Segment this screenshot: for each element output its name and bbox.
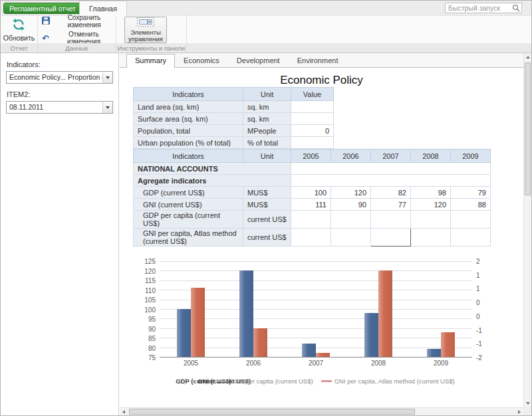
legend-line-icon xyxy=(217,380,227,382)
bar-group xyxy=(160,261,222,357)
app-window: Регламентный отчет Главная xyxy=(0,0,532,416)
tab-summary[interactable]: Summary xyxy=(126,54,175,68)
section-cell: Agregate indicators xyxy=(134,175,291,187)
axis-tick-label: 1 xyxy=(476,285,480,292)
item2-dropdown-button[interactable] xyxy=(102,102,112,113)
value-cell[interactable] xyxy=(291,137,334,149)
year-value-cell[interactable]: 111 xyxy=(291,199,331,211)
scroll-up-button[interactable] xyxy=(524,53,531,61)
year-value-cell[interactable] xyxy=(291,211,331,229)
year-value-cell[interactable] xyxy=(331,229,371,247)
tab-environment[interactable]: Environment xyxy=(289,54,347,67)
year-value-cell[interactable] xyxy=(451,229,491,247)
refresh-label: Обновить xyxy=(3,34,35,42)
scroll-left-button[interactable] xyxy=(120,408,128,415)
year-value-cell[interactable]: 120 xyxy=(411,199,451,211)
indicator-cell: GNI (current US$) xyxy=(134,199,243,211)
unit-cell: sq. km xyxy=(243,101,291,113)
year-value-cell[interactable] xyxy=(331,211,371,229)
chevron-down-icon xyxy=(106,106,110,111)
triangle-up-icon xyxy=(526,54,530,58)
triangle-down-icon xyxy=(526,402,530,407)
refresh-button[interactable]: Обновить xyxy=(3,18,35,42)
report-body: Economic Policy IndicatorsUnitValueLand … xyxy=(120,68,523,407)
triangle-right-icon xyxy=(518,410,523,414)
year-value-cell[interactable]: 79 xyxy=(451,187,491,199)
year-value-cell[interactable] xyxy=(411,211,451,229)
value-cell[interactable] xyxy=(291,101,334,113)
scrollbar-corner xyxy=(523,407,531,415)
legend-line-icon xyxy=(321,380,332,382)
axis-tick-label: 95 xyxy=(148,316,156,323)
column-header: Value xyxy=(291,88,334,101)
section-fill-cell xyxy=(291,163,491,175)
legend-item: GDP per capita (current US$) xyxy=(217,377,313,385)
column-header: Unit xyxy=(243,88,291,101)
legend-item: GDP (current US$) xyxy=(173,377,187,385)
bar-group xyxy=(285,261,347,357)
tab-development[interactable]: Development xyxy=(228,54,289,67)
controls-label: Элементы управления xyxy=(125,29,166,43)
axis-tick-label: 0 xyxy=(476,299,480,306)
bar-groups xyxy=(160,261,472,357)
column-header: 2008 xyxy=(411,150,451,163)
section-fill-cell xyxy=(291,175,491,187)
indicator-cell: Population, total xyxy=(134,125,243,137)
indicators-dropdown-button[interactable] xyxy=(102,72,112,83)
search-input[interactable] xyxy=(446,4,511,12)
report-menu-label: Регламентный отчет xyxy=(9,5,76,13)
chart-legend: GDP (current US$)GNI (current US$)GDP pe… xyxy=(140,377,488,385)
indicator-cell: Surface area (sq. km) xyxy=(134,113,243,125)
year-value-cell[interactable]: 100 xyxy=(291,187,331,199)
year-value-cell[interactable] xyxy=(411,229,451,247)
save-changes-button[interactable]: Сохранить изменения xyxy=(42,14,116,29)
item2-dropdown[interactable]: 08.11.2011 xyxy=(6,101,113,114)
report-menu-button[interactable]: Регламентный отчет xyxy=(3,3,90,14)
parameters-sidebar: Indicators: Economic Policy... Proportio… xyxy=(1,53,119,415)
year-value-cell[interactable]: 88 xyxy=(451,199,491,211)
axis-tick-label: 0 xyxy=(476,312,480,320)
controls-icon xyxy=(137,17,154,28)
chevron-down-icon xyxy=(106,76,110,81)
year-value-cell[interactable]: 82 xyxy=(371,187,411,199)
bar xyxy=(302,344,316,357)
undo-icon: ↶ xyxy=(42,35,49,42)
tab-economics[interactable]: Economics xyxy=(175,54,228,67)
bar xyxy=(378,270,392,357)
year-value-cell[interactable]: 90 xyxy=(331,199,371,211)
vertical-scrollbar-thumb[interactable] xyxy=(525,62,531,195)
indicators-dropdown[interactable]: Economic Policy... Proportion of s... (1 xyxy=(6,71,113,84)
legend-item: GNI per capita, Atlas method (current US… xyxy=(321,377,455,385)
year-value-cell[interactable] xyxy=(371,211,411,229)
scroll-down-button[interactable] xyxy=(524,399,531,407)
horizontal-scrollbar-thumb[interactable] xyxy=(129,409,415,415)
scroll-right-button[interactable] xyxy=(515,408,523,415)
controls-button[interactable]: Элементы управления xyxy=(124,17,167,43)
axis-tick-label: 75 xyxy=(148,354,156,362)
indicators-label: Indicators: xyxy=(7,60,113,68)
x-axis-label: 2009 xyxy=(410,360,472,367)
value-cell[interactable]: 0 xyxy=(291,125,334,137)
ribbon-tab-home[interactable]: Главная xyxy=(79,1,127,16)
search-icon[interactable] xyxy=(511,4,521,12)
table-row: Urban population (% of total)% of total xyxy=(134,137,334,149)
column-header: 2007 xyxy=(371,150,411,163)
year-value-cell[interactable]: 120 xyxy=(331,187,371,199)
item2-label: ITEM2: xyxy=(7,90,113,98)
year-value-cell[interactable]: 77 xyxy=(371,199,411,211)
legend-label: GDP per capita (current US$) xyxy=(230,377,313,385)
year-value-cell[interactable] xyxy=(291,229,331,247)
value-cell[interactable] xyxy=(291,113,334,125)
bar xyxy=(441,332,455,357)
year-value-cell[interactable] xyxy=(371,229,411,247)
x-axis-label: 2005 xyxy=(160,360,222,367)
vertical-scrollbar[interactable] xyxy=(523,53,531,407)
section-cell: NATIONAL ACCOUNTS xyxy=(134,163,291,175)
table-row: GDP (current US$)MUS$100120829879 xyxy=(134,187,491,199)
year-value-cell[interactable] xyxy=(451,211,491,229)
bar xyxy=(191,288,205,357)
axis-tick-label: 80 xyxy=(148,344,156,352)
year-value-cell[interactable]: 98 xyxy=(411,187,451,199)
ribbon-group-tools: Элементы управления xyxy=(116,16,187,43)
horizontal-scrollbar[interactable] xyxy=(120,407,523,415)
